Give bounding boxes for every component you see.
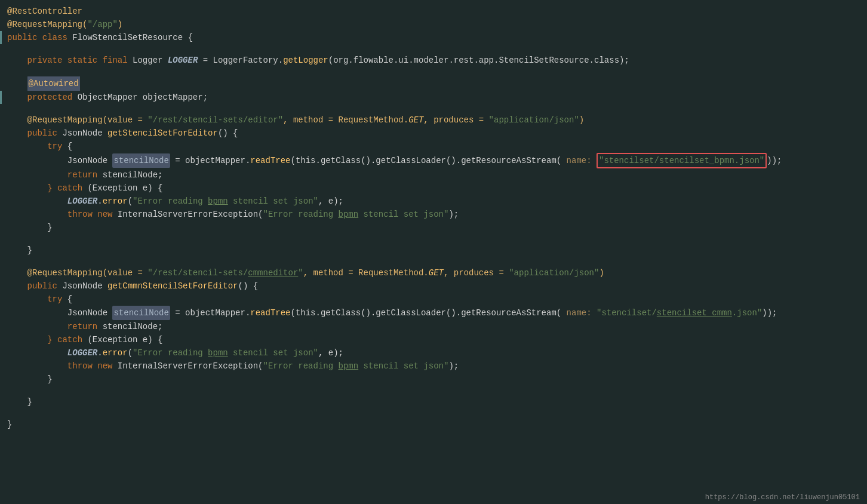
code-line-2: @RequestMapping("/app") [0,18,867,31]
keyword-public-3: public [27,279,63,293]
code-editor: @RestController @RequestMapping("/app") … [0,0,867,504]
method-get-stencil: getStencilSetForEditor [107,127,218,140]
indent-23 [7,395,27,408]
code-line-20: } [0,244,867,257]
code-line-14: return stencilNode; [0,168,867,182]
error-arg-2: , e); [318,195,343,208]
annotation-paren-close-1: ) [118,18,122,31]
string-throw-1: "Error reading [263,208,339,221]
status-bar: https://blog.csdn.net/liuwenjun05101 [698,491,867,504]
logger-ref-1: LOGGER [67,195,97,208]
brace-try-2: { [67,293,72,306]
keyword-catch-1: catch [57,182,87,195]
keyword-new-2: new [97,359,118,373]
var-stencilnode-2: stencilNode [112,306,170,320]
produces-2: , produces = [444,266,509,279]
indent-9 [7,182,47,195]
string-cmmn-ext: .json" [732,306,762,319]
indent-14 [7,266,27,279]
keyword-final: final [103,54,133,67]
code-line-12: try { [0,140,867,153]
keyword-try-1: try [47,140,67,153]
code-line-8: protected ObjectMapper objectMapper; [0,91,867,104]
indent-3 [7,91,27,104]
keyword-throw-2: throw [67,359,97,373]
code-line-18: } [0,221,867,234]
brace-close-catch-2: } [47,373,52,386]
logger-ref-2: LOGGER [67,346,97,359]
string-cmmneditor: cmmneditor [248,266,298,279]
keyword-catch-2: catch [57,333,87,346]
close-paren-1: )); [767,154,782,167]
throw-close-2: ); [448,359,459,373]
string-cmmn-file: stencilset_cmmn [657,306,732,319]
string-error-2: "Error reading [133,346,208,359]
throw-close-1: ); [448,208,459,221]
return-val-1: stencilNode; [103,168,163,182]
code-line-6 [0,67,867,76]
brace-close-method-2: } [27,395,32,408]
dot-1: . [97,195,102,208]
indent-19 [7,333,47,346]
status-url: https://blog.csdn.net/liuwenjun05101 [705,493,860,502]
code-line-25: JsonNode stencilNode = objectMapper.read… [0,306,867,320]
indent-20 [7,346,67,359]
code-line-7: @Autowired [0,76,867,91]
string-stencilset-bpmn: "stencilset/stencilset_bpmn.json" [599,156,764,165]
return-val-2: stencilNode; [103,320,163,333]
indent-4 [7,113,27,127]
string-throw-2b: stencil set json" [358,359,448,373]
type-jsonnode-2: JsonNode [67,154,113,167]
code-line-32: } [0,395,867,408]
keyword-new-1: new [97,208,118,221]
string-throw-2: "Error reading [263,359,339,373]
code-line-4 [0,44,867,54]
method-paren-2: () { [238,279,258,293]
keyword-class: class [42,31,72,44]
string-json-2: "application/json" [509,266,599,279]
keyword-private: private [27,54,67,67]
indent-6 [7,140,47,153]
keyword-public-1: public [7,31,42,44]
string-bpmn-1: bpmn [208,195,228,208]
indent-16 [7,293,47,306]
code-line-33 [0,408,867,418]
code-line-11: public JsonNode getStencilSetForEditor()… [0,127,867,140]
indent-18 [7,320,67,333]
indent-10 [7,195,67,208]
error-paren-1: ( [128,195,133,208]
get-method-1: GET [408,113,423,127]
keyword-return-2: return [67,320,103,333]
error-paren-2: ( [128,346,133,359]
annotation-request-mapping-3: @RequestMapping(value = [27,266,148,279]
close-paren-2: )); [762,306,777,319]
type-jsonnode-3: JsonNode [62,279,107,293]
method-error-1: error [103,195,128,208]
string-bpmn-3: bpmn [208,346,228,359]
string-json-1: "application/json" [489,113,579,127]
code-line-29: throw new InternalServerErrorException("… [0,359,867,373]
method-readtree-1: readTree [250,154,290,167]
logger-arg: (org.flowable.ui.modeler.rest.app.Stenci… [328,54,629,67]
string-error-1: "Error reading [133,195,208,208]
keyword-return-1: return [67,168,103,182]
code-line-21 [0,257,867,266]
type-objectmapper: ObjectMapper objectMapper; [78,91,208,104]
code-line-34: } [0,418,867,431]
indent-13 [7,244,27,257]
string-bpmn-2: bpmn [339,208,359,221]
code-line-3: public class FlowStencilSetResource { [0,31,867,44]
readtree-args-1: (this.getClass().getClassLoader().getRes… [291,154,567,167]
code-line-17: throw new InternalServerErrorException("… [0,208,867,221]
param-name-1: name: [567,154,597,167]
indent-17 [7,306,67,319]
code-line-28: LOGGER.error("Error reading bpmn stencil… [0,346,867,359]
assign-2: = objectMapper. [170,154,250,167]
string-stencilset-cmmn: "stencilset/ [597,306,657,319]
method-getlogger: getLogger [283,54,328,67]
brace-try-1: { [67,140,72,153]
string-throw-1b: stencil set json" [358,208,448,221]
keyword-protected: protected [27,91,78,104]
method-readtree-2: readTree [250,306,290,319]
produces-1: , produces = [423,113,488,127]
